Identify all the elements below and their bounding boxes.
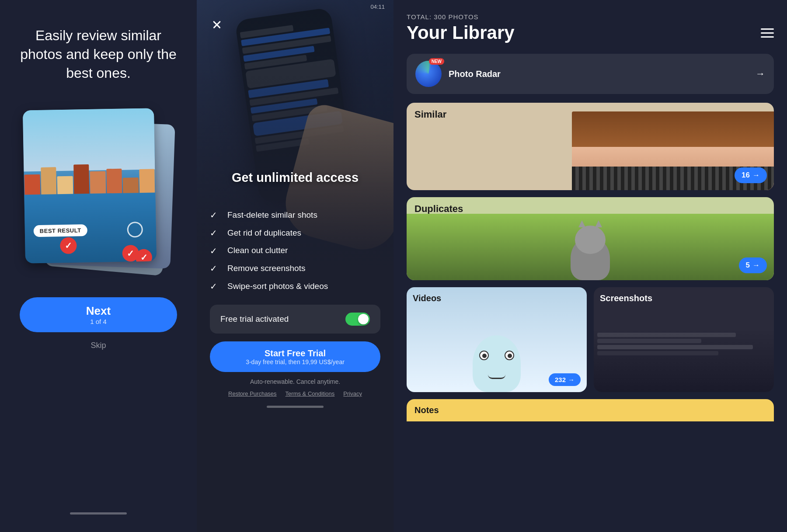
panel-onboarding: Easily review similar photos and keep on…	[0, 0, 197, 532]
start-trial-button[interactable]: Start Free Trial 3-day free trial, then …	[210, 341, 380, 372]
terms-conditions-link[interactable]: Terms & Conditions	[286, 390, 335, 397]
screenshot-row	[597, 339, 701, 343]
duplicates-arrow-icon: →	[752, 261, 760, 270]
close-button[interactable]	[210, 17, 224, 31]
library-total: TOTAL: 300 PHOTOS	[407, 13, 774, 21]
library-header: Your Library	[407, 22, 774, 43]
menu-line	[761, 28, 774, 30]
restore-purchases-link[interactable]: Restore Purchases	[228, 390, 277, 397]
notes-section[interactable]: Notes	[407, 399, 774, 421]
screenshots-preview	[594, 329, 774, 392]
duplicates-count: 5	[746, 261, 750, 270]
arrow-right-icon: →	[756, 68, 765, 80]
feature-item-3: ✓ Clean out clutter	[210, 245, 380, 256]
checkmark-icon: ✓	[210, 228, 220, 238]
trial-toggle-label: Free trial activated	[220, 314, 289, 324]
menu-line	[761, 32, 774, 34]
feature-text-4: Remove screenshots	[227, 263, 305, 274]
footer-links: Restore Purchases Terms & Conditions Pri…	[228, 390, 362, 397]
videos-count: 232	[555, 376, 566, 383]
trial-toggle-switch[interactable]	[345, 313, 370, 326]
similar-count: 16	[742, 171, 750, 180]
subscription-content: ✓ Fast-delete similar shots ✓ Get rid of…	[197, 210, 394, 408]
similar-section[interactable]: Similar 16 →	[407, 103, 774, 190]
rick-eye-right	[505, 351, 514, 360]
library-title: Your Library	[407, 22, 515, 43]
videos-section[interactable]: Videos 232 →	[407, 287, 587, 392]
new-badge: NEW	[429, 58, 444, 65]
next-button[interactable]: Next 1 of 4	[20, 297, 177, 332]
feature-item-4: ✓ Remove screenshots	[210, 263, 380, 274]
circle-select-button[interactable]	[127, 221, 143, 237]
photo-radar-name: Photo Radar	[449, 69, 501, 79]
photo-stack: BEST RESULT ✓ ✓ ✓	[24, 105, 173, 271]
features-list: ✓ Fast-delete similar shots ✓ Get rid of…	[210, 210, 380, 292]
duplicates-section[interactable]: Duplicates 5 →	[407, 197, 774, 280]
radar-circle	[415, 61, 442, 87]
similar-count-badge[interactable]: 16 →	[735, 167, 767, 183]
auto-renew-text: Auto-renewable. Cancel anytime.	[250, 378, 340, 385]
checkmark-icon: ✓	[210, 210, 220, 220]
status-bar: 04:11	[370, 3, 385, 10]
checkmark-icon: ✓	[210, 263, 220, 274]
feature-item-1: ✓ Fast-delete similar shots	[210, 210, 380, 221]
rick-eye-left	[479, 351, 489, 360]
venice-scene: BEST RESULT ✓ ✓ ✓	[23, 108, 157, 263]
bottom-row: Videos 232 →	[407, 287, 774, 392]
feature-item-5: ✓ Swipe-sort photos & videos	[210, 281, 380, 292]
feature-text-5: Swipe-sort photos & videos	[227, 281, 328, 292]
onboarding-title: Easily review similar photos and keep on…	[13, 26, 184, 83]
radar-icon: NEW	[415, 61, 442, 87]
screenshot-row	[597, 345, 753, 349]
trial-toggle-row: Free trial activated	[210, 305, 380, 334]
next-button-label: Next	[86, 304, 111, 318]
feature-text-3: Clean out clutter	[227, 245, 288, 256]
videos-preview	[468, 316, 525, 392]
home-indicator	[70, 512, 127, 515]
start-trial-label: Start Free Trial	[265, 348, 326, 358]
panel-subscription: 04:11 Get unlimited access ✓ Fast-delete…	[197, 0, 394, 532]
radar-sweep	[415, 61, 442, 87]
duplicates-photo-preview	[407, 214, 774, 280]
panel-library: TOTAL: 300 PHOTOS Your Library NEW Photo…	[394, 0, 787, 532]
videos-arrow-icon: →	[568, 376, 575, 383]
privacy-link[interactable]: Privacy	[343, 390, 362, 397]
best-result-badge: BEST RESULT	[34, 224, 87, 237]
subscription-heading-container: Get unlimited access	[197, 170, 394, 185]
duplicates-count-badge[interactable]: 5 →	[739, 257, 767, 273]
photo-card-main: BEST RESULT ✓ ✓ ✓	[23, 108, 157, 263]
next-button-sublabel: 1 of 4	[90, 318, 107, 325]
feature-text-2: Get rid of duplicates	[227, 228, 301, 239]
cat-ear-right	[595, 220, 602, 227]
screenshots-section[interactable]: Screenshots	[594, 287, 774, 392]
checkmark-icon: ✓	[210, 246, 220, 256]
feature-item-2: ✓ Get rid of duplicates	[210, 228, 380, 239]
subscription-heading: Get unlimited access	[210, 170, 380, 185]
cat-head	[575, 226, 606, 254]
screenshot-row	[597, 333, 736, 337]
home-indicator	[267, 406, 324, 408]
screenshot-row	[597, 351, 718, 355]
videos-label: Videos	[413, 293, 441, 303]
menu-button[interactable]	[761, 28, 774, 38]
rick-mouth	[488, 375, 505, 379]
skip-button[interactable]: Skip	[91, 341, 106, 350]
duplicates-label: Duplicates	[414, 203, 463, 215]
menu-line	[761, 36, 774, 38]
screenshots-label: Screenshots	[600, 293, 652, 303]
checkmark-badge-1: ✓	[60, 237, 77, 254]
start-trial-sublabel: 3-day free trial, then 19,99 US$/year	[246, 358, 345, 365]
feature-text-1: Fast-delete similar shots	[227, 210, 317, 221]
notes-label: Notes	[414, 405, 439, 415]
rick-head	[473, 335, 521, 392]
hair	[572, 111, 774, 151]
cat-ear-left	[578, 220, 585, 227]
checkmark-icon: ✓	[210, 281, 220, 292]
similar-label: Similar	[414, 109, 446, 120]
rick-pupil-left	[482, 354, 487, 358]
rick-pupil-right	[508, 354, 512, 358]
radar-left: NEW Photo Radar	[415, 61, 501, 87]
similar-arrow-icon: →	[752, 171, 760, 180]
videos-count-badge[interactable]: 232 →	[549, 373, 581, 386]
photo-radar-card[interactable]: NEW Photo Radar →	[407, 54, 774, 94]
